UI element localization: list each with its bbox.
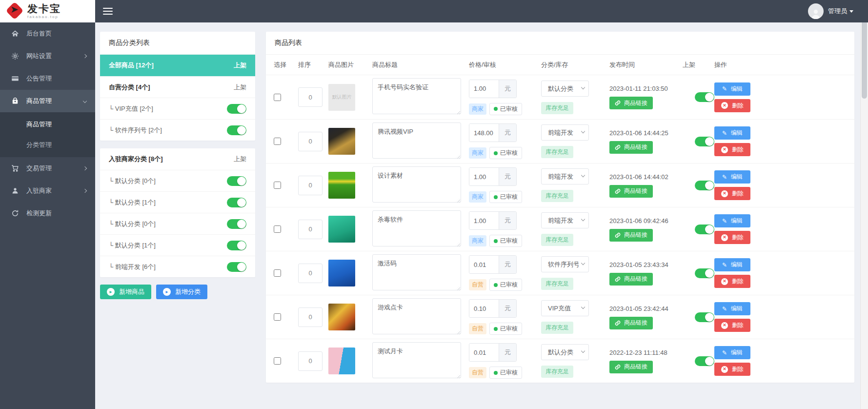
category-select[interactable]: 默认分类 [541, 81, 589, 97]
price-input[interactable] [469, 80, 499, 98]
price-input[interactable] [469, 124, 499, 142]
sidebar-item[interactable]: 入驻商家 [0, 180, 95, 202]
category-toggle[interactable] [227, 219, 246, 229]
category-toggle[interactable] [227, 176, 246, 186]
sort-input[interactable] [298, 132, 323, 151]
category-row[interactable]: └ 默认分类 [0个] [100, 170, 255, 191]
on-sale-toggle[interactable] [695, 137, 714, 146]
product-link-button[interactable]: 商品链接 [609, 185, 653, 198]
category-row[interactable]: └ 软件序列号 [2个] [100, 119, 255, 141]
delete-button[interactable]: ✕ 删除 [714, 99, 750, 112]
category-select[interactable]: 软件序列号 [541, 256, 589, 272]
price-input[interactable] [469, 256, 499, 273]
product-title-textarea[interactable] [372, 78, 461, 114]
product-link-button[interactable]: 商品链接 [609, 273, 653, 286]
sidebar-subitem[interactable]: 商品管理 [0, 114, 95, 135]
delete-button[interactable]: ✕ 删除 [714, 319, 750, 332]
category-select[interactable]: VIP充值 [541, 300, 589, 316]
on-sale-toggle[interactable] [695, 92, 714, 102]
category-select[interactable]: 前端开发 [541, 124, 589, 141]
category-select[interactable]: 前端开发 [541, 212, 589, 228]
add-product-button[interactable]: ▸ 新增商品 [100, 285, 151, 299]
sidebar-item[interactable]: 检测更新 [0, 202, 95, 225]
category-label: 自营分类 [4个] [109, 83, 150, 92]
sort-input[interactable] [298, 220, 323, 239]
edit-button[interactable]: ✎ 编辑 [714, 302, 750, 315]
on-sale-toggle[interactable] [695, 181, 714, 190]
price-input[interactable] [469, 300, 499, 317]
category-toggle[interactable] [227, 198, 246, 207]
add-category-button[interactable]: ▸ 新增分类 [156, 285, 207, 299]
category-select[interactable]: 前端开发 [541, 168, 589, 184]
row-checkbox[interactable] [274, 94, 281, 101]
avatar[interactable] [808, 3, 824, 19]
product-title-textarea[interactable] [372, 166, 461, 203]
product-link-button[interactable]: 商品链接 [609, 229, 653, 242]
price-input[interactable] [469, 344, 499, 361]
category-row[interactable]: 全部商品 [12个] 上架 [100, 55, 255, 76]
on-sale-toggle[interactable] [695, 356, 714, 366]
sort-input[interactable] [298, 87, 323, 107]
product-title-textarea[interactable] [372, 123, 461, 159]
edit-button[interactable]: ✎ 编辑 [714, 258, 750, 271]
category-row[interactable]: └ VIP充值 [2个] [100, 98, 255, 119]
row-checkbox[interactable] [274, 269, 281, 277]
product-title-textarea[interactable] [372, 210, 461, 246]
row-checkbox[interactable] [274, 225, 281, 233]
sort-input[interactable] [298, 176, 323, 195]
product-link-button[interactable]: 商品链接 [609, 361, 653, 373]
edit-button[interactable]: ✎ 编辑 [714, 126, 750, 140]
price-input[interactable] [469, 212, 499, 229]
sidebar-item[interactable]: 后台首页 [0, 22, 95, 45]
category-toggle[interactable] [227, 241, 246, 250]
category-label: └ 前端开发 [6个] [109, 263, 156, 271]
sort-input[interactable] [298, 264, 323, 283]
product-link-button[interactable]: 商品链接 [609, 317, 653, 329]
logo-icon: ➤ [7, 3, 23, 20]
sidebar-item[interactable]: 公告管理 [0, 67, 95, 90]
product-title-textarea[interactable] [372, 342, 461, 378]
row-checkbox[interactable] [274, 357, 281, 365]
row-checkbox[interactable] [274, 182, 281, 189]
category-row[interactable]: └ 默认分类 [0个] [100, 213, 255, 234]
price-input[interactable] [469, 168, 499, 185]
edit-button[interactable]: ✎ 编辑 [714, 170, 750, 184]
product-title-textarea[interactable] [372, 254, 461, 290]
category-row[interactable]: └ 前端开发 [6个] [100, 256, 255, 277]
sort-input[interactable] [298, 307, 323, 327]
category-row[interactable]: 入驻商家分类 [8个] 上架 [100, 148, 255, 170]
delete-button[interactable]: ✕ 删除 [714, 143, 750, 156]
product-link-button[interactable]: 商品链接 [609, 97, 653, 109]
category-select[interactable]: 默认分类 [541, 344, 589, 360]
sidebar-subitem[interactable]: 分类管理 [0, 135, 95, 155]
sidebar-item[interactable]: 网站设置 [0, 45, 95, 67]
edit-button[interactable]: ✎ 编辑 [714, 214, 750, 227]
category-toggle[interactable] [227, 125, 246, 135]
sidebar-item[interactable]: 交易管理 [0, 157, 95, 180]
on-sale-toggle[interactable] [695, 225, 714, 234]
category-row[interactable]: └ 默认分类 [1个] [100, 191, 255, 213]
row-checkbox[interactable] [274, 138, 281, 145]
category-toggle[interactable] [227, 262, 246, 272]
category-row[interactable]: 自营分类 [4个] 上架 [100, 76, 255, 98]
column-header: 选择 [274, 61, 298, 69]
row-checkbox[interactable] [274, 313, 281, 321]
product-link-button[interactable]: 商品链接 [609, 141, 653, 154]
on-sale-toggle[interactable] [695, 268, 714, 278]
delete-button[interactable]: ✕ 删除 [714, 275, 750, 288]
delete-button[interactable]: ✕ 删除 [714, 231, 750, 244]
sort-input[interactable] [298, 351, 323, 371]
delete-button[interactable]: ✕ 删除 [714, 363, 750, 376]
edit-button[interactable]: ✎ 编辑 [714, 82, 750, 96]
user-menu[interactable]: 管理员 [828, 7, 853, 16]
product-title-textarea[interactable] [372, 298, 461, 334]
delete-button[interactable]: ✕ 删除 [714, 187, 750, 200]
category-row[interactable]: └ 默认分类 [1个] [100, 234, 255, 256]
sidebar-item[interactable]: 商品管理 [0, 90, 95, 112]
hamburger-menu-icon[interactable] [103, 8, 113, 15]
on-sale-toggle[interactable] [695, 312, 714, 322]
category-toggle[interactable] [227, 104, 246, 114]
stock-badge: 库存充足 [541, 234, 573, 246]
price-input-group: 元 [469, 80, 517, 98]
edit-button[interactable]: ✎ 编辑 [714, 346, 750, 359]
